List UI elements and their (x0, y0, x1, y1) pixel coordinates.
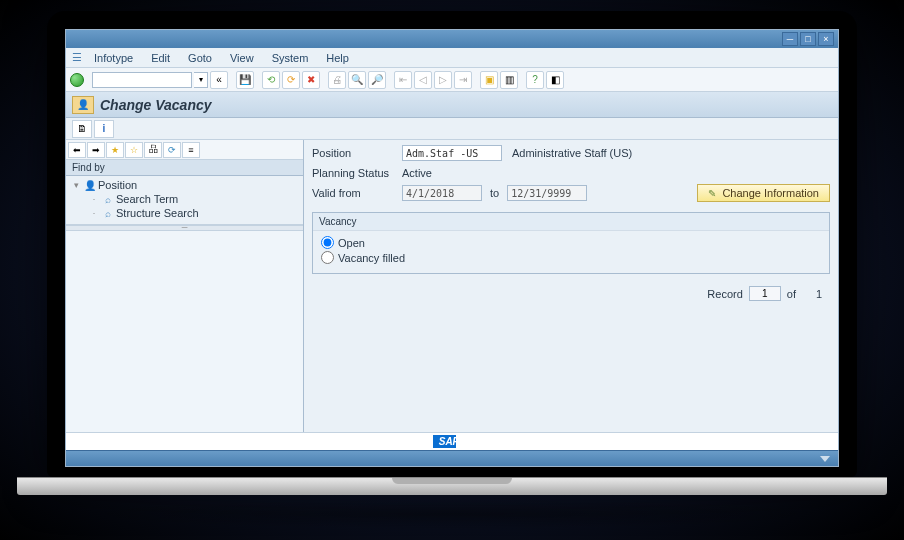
find-next-icon[interactable]: 🔎 (368, 71, 386, 89)
position-label: Position (312, 147, 402, 159)
layout-icon[interactable]: ◧ (546, 71, 564, 89)
findby-header: Find by (66, 160, 303, 176)
menu-system[interactable]: System (264, 50, 317, 66)
valid-to-input[interactable] (507, 185, 587, 201)
to-label: to (490, 187, 499, 199)
left-arrow-icon[interactable]: ⬅ (68, 142, 86, 158)
doc-icon[interactable]: 🗎 (72, 120, 92, 138)
first-page-icon[interactable]: ⇤ (394, 71, 412, 89)
position-desc: Administrative Staff (US) (512, 147, 632, 159)
page-title: Change Vacancy (100, 97, 212, 113)
sap-window: ─ □ × ☰ Infotype Edit Goto View System H… (65, 29, 839, 467)
valid-from-input[interactable] (402, 185, 482, 201)
maximize-button[interactable]: □ (800, 32, 816, 46)
status-row: Planning Status Active (312, 164, 830, 182)
change-info-icon: ✎ (708, 188, 716, 199)
right-arrow-icon[interactable]: ➡ (87, 142, 105, 158)
status-expand-icon[interactable] (820, 456, 830, 462)
tree-icon[interactable]: 品 (144, 142, 162, 158)
collapse-icon[interactable]: ≡ (182, 142, 200, 158)
prev-page-icon[interactable]: ◁ (414, 71, 432, 89)
navigation-tree: ▾ 👤 Position · ⌕ Search Term · (66, 176, 303, 225)
valid-from-label: Valid from (312, 187, 402, 199)
menu-view[interactable]: View (222, 50, 262, 66)
radio-filled[interactable]: Vacancy filled (321, 250, 821, 265)
search-term-icon: ⌕ (102, 193, 114, 205)
minimize-button[interactable]: ─ (782, 32, 798, 46)
structure-search-icon: ⌕ (102, 207, 114, 219)
last-page-icon[interactable]: ⇥ (454, 71, 472, 89)
laptop-base (17, 477, 887, 495)
validity-row: Valid from to ✎ Change Information (312, 184, 830, 202)
logo-bar: SAP (66, 432, 838, 450)
menu-icon[interactable]: ☰ (70, 51, 84, 65)
section-icon: 👤 (72, 96, 94, 114)
record-total: 1 (802, 288, 822, 300)
sub-toolbar: 🗎 i (66, 118, 838, 140)
print-icon[interactable]: 🖨 (328, 71, 346, 89)
right-pane: Position Administrative Staff (US) Plann… (304, 140, 838, 432)
left-splitter[interactable] (66, 225, 303, 231)
help-icon[interactable]: ? (526, 71, 544, 89)
toolbar: ▾ « 💾 ⟲ ⟳ ✖ 🖨 🔍 🔎 ⇤ ◁ ▷ ⇥ (66, 68, 838, 92)
left-body (66, 231, 303, 432)
status-value: Active (402, 167, 432, 179)
next-page-icon[interactable]: ▷ (434, 71, 452, 89)
back-icon[interactable]: ⟲ (262, 71, 280, 89)
command-dropdown[interactable]: ▾ (194, 72, 208, 88)
record-label: Record (707, 288, 742, 300)
record-row: Record of 1 (312, 276, 830, 301)
star-add-icon[interactable]: ★ (106, 142, 124, 158)
menu-help[interactable]: Help (318, 50, 357, 66)
section-header: 👤 Change Vacancy (66, 92, 838, 118)
exit-icon[interactable]: ⟳ (282, 71, 300, 89)
position-row: Position Administrative Staff (US) (312, 144, 830, 162)
history-back-icon[interactable]: « (210, 71, 228, 89)
tree-item-structure-search[interactable]: · ⌕ Structure Search (70, 206, 299, 220)
cancel-icon[interactable]: ✖ (302, 71, 320, 89)
person-icon: 👤 (84, 179, 96, 191)
shortcut-icon[interactable]: ▥ (500, 71, 518, 89)
change-information-button[interactable]: ✎ Change Information (697, 184, 830, 202)
record-current (749, 286, 781, 301)
menu-goto[interactable]: Goto (180, 50, 220, 66)
statusbar (66, 450, 838, 466)
left-toolbar: ⬅ ➡ ★ ☆ 品 ⟳ ≡ (66, 140, 303, 160)
vacancy-group: Vacancy Open Vacancy filled (312, 212, 830, 274)
info-icon[interactable]: i (94, 120, 114, 138)
close-button[interactable]: × (818, 32, 834, 46)
vacancy-group-title: Vacancy (313, 213, 829, 231)
find-icon[interactable]: 🔍 (348, 71, 366, 89)
save-icon[interactable]: 💾 (236, 71, 254, 89)
menu-edit[interactable]: Edit (143, 50, 178, 66)
record-of-label: of (787, 288, 796, 300)
refresh-icon[interactable]: ⟳ (163, 142, 181, 158)
radio-filled-input[interactable] (321, 251, 334, 264)
new-session-icon[interactable]: ▣ (480, 71, 498, 89)
menubar: ☰ Infotype Edit Goto View System Help (66, 48, 838, 68)
command-input[interactable] (92, 72, 192, 88)
radio-open-input[interactable] (321, 236, 334, 249)
star-icon[interactable]: ☆ (125, 142, 143, 158)
position-code-input[interactable] (402, 145, 502, 161)
sap-logo: SAP (433, 435, 472, 448)
radio-open[interactable]: Open (321, 235, 821, 250)
titlebar: ─ □ × (66, 30, 838, 48)
enter-icon[interactable] (70, 73, 84, 87)
tree-item-search-term[interactable]: · ⌕ Search Term (70, 192, 299, 206)
status-label: Planning Status (312, 167, 402, 179)
left-pane: ⬅ ➡ ★ ☆ 品 ⟳ ≡ Find by ▾ 👤 (66, 140, 304, 432)
content-split: ⬅ ➡ ★ ☆ 品 ⟳ ≡ Find by ▾ 👤 (66, 140, 838, 432)
menu-infotype[interactable]: Infotype (86, 50, 141, 66)
tree-root-position[interactable]: ▾ 👤 Position (70, 178, 299, 192)
